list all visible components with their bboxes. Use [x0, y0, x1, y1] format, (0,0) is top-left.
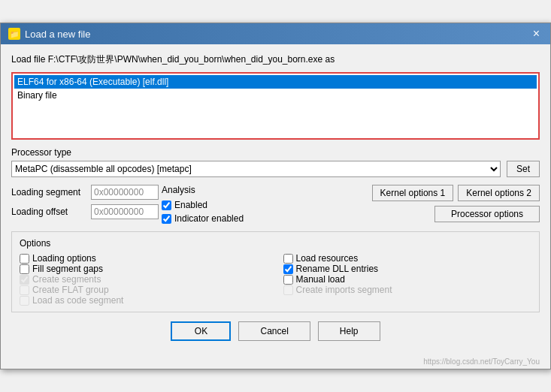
option-create-flat: Create FLAT group — [20, 285, 268, 295]
title-bar-left: 📁 Load a new file — [8, 28, 90, 40]
option-fill-segment: Fill segment gaps — [20, 264, 268, 274]
middle-row: Loading segment Loading offset Analysis … — [11, 185, 540, 224]
options-left-col: Loading options Fill segment gaps Create… — [20, 253, 268, 306]
option-load-resources-checkbox[interactable] — [283, 254, 293, 264]
kernel-options-2-button[interactable]: Kernel options 2 — [458, 185, 540, 201]
loading-segment-row: Loading segment — [11, 185, 162, 200]
kernel-buttons: Kernel options 1 Kernel options 2 Proces… — [274, 185, 540, 222]
options-right-col: Load resources Rename DLL entries Manual… — [283, 253, 532, 306]
title-bar: 📁 Load a new file × — [1, 23, 550, 44]
option-load-resources: Load resources — [283, 253, 532, 264]
indicator-enabled-row: Indicator enabled — [162, 213, 274, 224]
option-create-imports-label: Create imports segment — [296, 285, 392, 295]
set-button[interactable]: Set — [507, 161, 540, 177]
option-load-code-checkbox[interactable] — [20, 296, 29, 306]
help-button[interactable]: Help — [318, 321, 380, 341]
file-list[interactable]: ELF64 for x86-64 (Executable) [elf.dll] … — [11, 72, 540, 140]
option-create-segments: Create segments — [20, 274, 268, 285]
option-fill-segment-label: Fill segment gaps — [32, 264, 103, 274]
loading-offset-input[interactable] — [91, 204, 159, 219]
option-create-segments-label: Create segments — [32, 274, 101, 285]
loading-segment-label: Loading segment — [11, 187, 86, 198]
options-section: Options Loading options Fill segment gap… — [11, 231, 540, 312]
option-load-code-label: Load as code segment — [32, 295, 123, 306]
option-fill-segment-checkbox[interactable] — [20, 264, 29, 274]
cancel-button[interactable]: Cancel — [238, 321, 310, 341]
kernel-row: Kernel options 1 Kernel options 2 — [372, 185, 540, 201]
options-grid: Loading options Fill segment gaps Create… — [20, 253, 531, 306]
indicator-enabled-label: Indicator enabled — [174, 213, 244, 224]
bottom-buttons: OK Cancel Help — [11, 321, 540, 348]
kernel-options-1-button[interactable]: Kernel options 1 — [372, 185, 454, 201]
loading-fields: Loading segment Loading offset — [11, 185, 162, 219]
processor-options-button[interactable]: Processor options — [434, 206, 540, 222]
file-list-item[interactable]: Binary file — [14, 89, 537, 102]
dialog-title: Load a new file — [25, 29, 90, 40]
dialog: 📁 Load a new file × Load file F:\CTF\攻防世… — [0, 23, 551, 369]
processor-type-row: MetaPC (disassemble all opcodes) [metapc… — [11, 161, 540, 177]
loading-offset-row: Loading offset — [11, 204, 162, 219]
option-manual-load: Manual load — [283, 274, 532, 285]
processor-type-label: Processor type — [11, 147, 540, 158]
close-button[interactable]: × — [530, 28, 543, 40]
analysis-enabled-row: Enabled — [162, 200, 274, 210]
file-path-label: Load file F:\CTF\攻防世界\PWN\when_did_you_b… — [11, 53, 540, 66]
analysis-title: Analysis — [162, 185, 274, 195]
option-create-flat-label: Create FLAT group — [32, 285, 109, 295]
option-create-imports: Create imports segment — [283, 285, 532, 295]
option-manual-load-label: Manual load — [296, 274, 345, 285]
loading-segment-input[interactable] — [91, 185, 159, 200]
dialog-icon: 📁 — [8, 28, 20, 40]
option-rename-dll-label: Rename DLL entries — [296, 264, 379, 274]
analysis-section: Analysis Enabled Indicator enabled — [162, 185, 274, 224]
option-create-flat-checkbox[interactable] — [20, 285, 29, 295]
dialog-content: Load file F:\CTF\攻防世界\PWN\when_did_you_b… — [1, 44, 550, 357]
option-load-resources-label: Load resources — [296, 253, 359, 264]
option-rename-dll-checkbox[interactable] — [283, 264, 293, 274]
loading-offset-label: Loading offset — [11, 207, 86, 217]
option-loading-options-checkbox[interactable] — [20, 254, 29, 264]
option-manual-load-checkbox[interactable] — [283, 275, 293, 285]
option-create-segments-checkbox[interactable] — [20, 275, 29, 285]
option-create-imports-checkbox[interactable] — [283, 285, 293, 295]
watermark: https://blog.csdn.net/ToyCarry_You — [1, 357, 550, 369]
option-loading-options-label: Loading options — [32, 253, 96, 264]
option-rename-dll: Rename DLL entries — [283, 264, 532, 274]
processor-type-select[interactable]: MetaPC (disassemble all opcodes) [metapc… — [11, 161, 501, 177]
analysis-enabled-checkbox[interactable] — [162, 201, 171, 210]
indicator-enabled-checkbox[interactable] — [162, 214, 171, 224]
analysis-enabled-label: Enabled — [174, 200, 207, 210]
options-title: Options — [20, 238, 531, 249]
option-load-code: Load as code segment — [20, 295, 268, 306]
file-list-item[interactable]: ELF64 for x86-64 (Executable) [elf.dll] — [14, 75, 537, 89]
ok-button[interactable]: OK — [171, 321, 231, 341]
option-loading-options: Loading options — [20, 253, 268, 264]
